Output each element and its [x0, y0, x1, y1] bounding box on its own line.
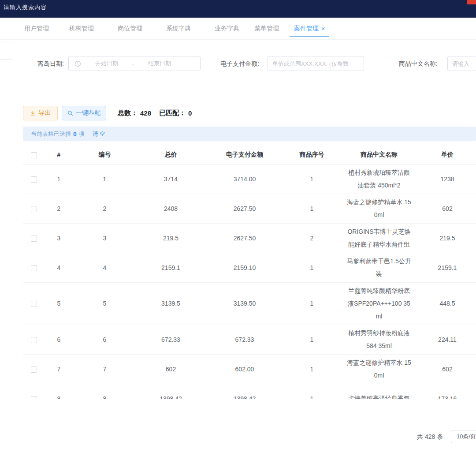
col-header-unit: 单价 — [419, 146, 476, 164]
cell-name: 卡诗菁纯亮泽经典香氛 — [339, 384, 419, 399]
cell-name: 马爹利蓝带干邑1.5公升装 — [339, 253, 419, 282]
cell-epay: 1398.42 — [205, 384, 284, 399]
one-key-match-button[interactable]: 一键匹配 — [62, 106, 106, 120]
tab-bar: 用户管理 机构管理 岗位管理 系统字典 业务字典 菜单管理 案件管理 × — [0, 18, 476, 40]
cell-epay: 2159.10 — [205, 253, 284, 282]
selection-prefix: 当前表格已选择 — [31, 130, 71, 138]
date-range-picker[interactable]: 开始日期 - 结束日期 — [68, 56, 201, 71]
table-row[interactable]: 2 2 2408 2627.50 1 海蓝之谜修护精萃水 150ml 602 — [23, 194, 476, 223]
cell-code: 8 — [73, 384, 137, 399]
table-row[interactable]: 7 7 602 602.00 1 海蓝之谜修护精萃水 150ml 602 — [23, 354, 476, 384]
search-icon — [67, 110, 73, 116]
selection-suffix: 项 — [79, 130, 85, 138]
table-row[interactable]: 8 8 1398.42 1398.42 1 卡诗菁纯亮泽经典香氛 173.16 — [23, 384, 476, 399]
download-icon — [30, 110, 36, 116]
selection-count: 0 — [73, 131, 77, 138]
row-checkbox[interactable] — [31, 367, 37, 373]
page-size-select[interactable]: 10条/页 — [451, 430, 476, 443]
cell-name: 植村秀新琥珀臻萃洁颜油套装 450ml*2 — [339, 164, 419, 194]
date-filter-label: 离岛日期: — [37, 56, 64, 71]
pagination-total: 共 428 条 — [417, 433, 443, 441]
cell-total: 3714 — [137, 164, 205, 194]
cell-code: 3 — [73, 223, 137, 253]
global-search-input[interactable]: 请输入搜索内容 — [4, 4, 47, 11]
cell-seq: 1 — [284, 282, 339, 325]
table-row[interactable]: 1 1 3714 3714.00 1 植村秀新琥珀臻萃洁颜油套装 450ml*2… — [23, 164, 476, 194]
cell-index: 5 — [45, 282, 73, 325]
cell-index: 2 — [45, 194, 73, 223]
cell-epay: 672.33 — [205, 325, 284, 354]
cell-name: 海蓝之谜修护精萃水 150ml — [339, 194, 419, 223]
table-row[interactable]: 5 5 3139.5 3139.50 1 兰蔻菁纯臻颜精华粉底液SPF20PA+… — [23, 282, 476, 325]
matched-label: 已匹配： — [159, 109, 186, 117]
product-name-input[interactable] — [447, 56, 476, 71]
cell-index: 3 — [45, 223, 73, 253]
cell-seq: 2 — [284, 223, 339, 253]
cell-code: 6 — [73, 325, 137, 354]
cell-unit: 219.5 — [419, 223, 476, 253]
col-header-index: # — [45, 146, 73, 164]
tab-menu-management[interactable]: 菜单管理 — [254, 18, 279, 39]
cell-name: 兰蔻菁纯臻颜精华粉底液SPF20PA+++100 35 ml — [339, 282, 419, 325]
cell-code: 5 — [73, 282, 137, 325]
col-header-seq: 商品序号 — [284, 146, 339, 164]
tab-org-management[interactable]: 机构管理 — [69, 18, 94, 39]
cell-unit: 602 — [419, 354, 476, 384]
cell-epay: 2627.50 — [205, 194, 284, 223]
tab-post-management[interactable]: 岗位管理 — [118, 18, 142, 39]
row-checkbox[interactable] — [31, 337, 37, 343]
cell-unit: 2159.1 — [419, 253, 476, 282]
cell-total: 3139.5 — [137, 282, 205, 325]
tab-user-management[interactable]: 用户管理 — [24, 18, 49, 39]
epay-amount-input[interactable] — [268, 56, 364, 71]
total-label: 总数： — [118, 109, 138, 117]
match-stats: 总数： 428 已匹配： 0 — [118, 109, 192, 117]
row-checkbox[interactable] — [31, 236, 37, 242]
tab-system-dict[interactable]: 系统字典 — [166, 18, 191, 39]
cell-code: 4 — [73, 253, 137, 282]
row-checkbox[interactable] — [31, 206, 37, 212]
end-date-input[interactable]: 结束日期 — [138, 60, 182, 67]
start-date-input[interactable]: 开始日期 — [85, 60, 129, 67]
cell-epay: 602.00 — [205, 354, 284, 384]
table-row[interactable]: 6 6 672.33 672.33 1 植村秀羽纱持妆粉底液 584 35ml … — [23, 325, 476, 354]
close-icon[interactable]: × — [321, 26, 325, 32]
table-row[interactable]: 3 3 219.5 2627.50 2 ORIGINS韦博士灵芝焕能好底子精华水… — [23, 223, 476, 253]
cell-index: 1 — [45, 164, 73, 194]
cell-total: 602 — [137, 354, 205, 384]
row-checkbox[interactable] — [31, 265, 37, 271]
cell-total: 219.5 — [137, 223, 205, 253]
filter-row: 离岛日期: 开始日期 - 结束日期 电子支付金额: 商品中文名称: — [0, 56, 476, 72]
cell-index: 6 — [45, 325, 73, 354]
table-row[interactable]: 4 4 2159.1 2159.10 1 马爹利蓝带干邑1.5公升装 2159.… — [23, 253, 476, 282]
cell-epay: 3714.00 — [205, 164, 284, 194]
matched-value: 0 — [188, 109, 192, 117]
col-header-epay: 电子支付金额 — [205, 146, 284, 164]
epay-filter-label: 电子支付金额: — [220, 56, 259, 71]
cell-name: 植村秀羽纱持妆粉底液 584 35ml — [339, 325, 419, 354]
cell-name: ORIGINS韦博士灵芝焕能好底子精华水两件组 — [339, 223, 419, 253]
app-window: 请输入搜索内容 用户管理 机构管理 岗位管理 系统字典 业务字典 菜单管理 案件… — [0, 0, 476, 475]
cell-unit: 448.5 — [419, 282, 476, 325]
row-checkbox[interactable] — [31, 301, 37, 307]
cell-seq: 1 — [284, 194, 339, 223]
col-header-code: 编号 — [73, 146, 137, 164]
clear-selection-link[interactable]: 清空 — [93, 130, 107, 138]
one-key-match-label: 一键匹配 — [76, 109, 100, 117]
cell-total: 1398.42 — [137, 384, 205, 399]
tab-case-management[interactable]: 案件管理 × — [294, 18, 325, 39]
cell-unit: 1238 — [419, 164, 476, 194]
row-checkbox[interactable] — [31, 176, 37, 183]
cell-seq: 1 — [284, 354, 339, 384]
row-checkbox[interactable] — [31, 396, 37, 399]
cell-name: 海蓝之谜修护精萃水 150ml — [339, 354, 419, 384]
tab-business-dict[interactable]: 业务字典 — [215, 18, 239, 39]
header-red-badge — [467, 0, 476, 4]
cell-seq: 1 — [284, 384, 339, 399]
cell-code: 7 — [73, 354, 137, 384]
clock-icon — [74, 60, 81, 67]
cell-epay: 2627.50 — [205, 223, 284, 253]
select-all-checkbox[interactable] — [31, 152, 37, 158]
export-button-label: 导出 — [38, 109, 51, 117]
export-button[interactable]: 导出 — [23, 106, 58, 120]
